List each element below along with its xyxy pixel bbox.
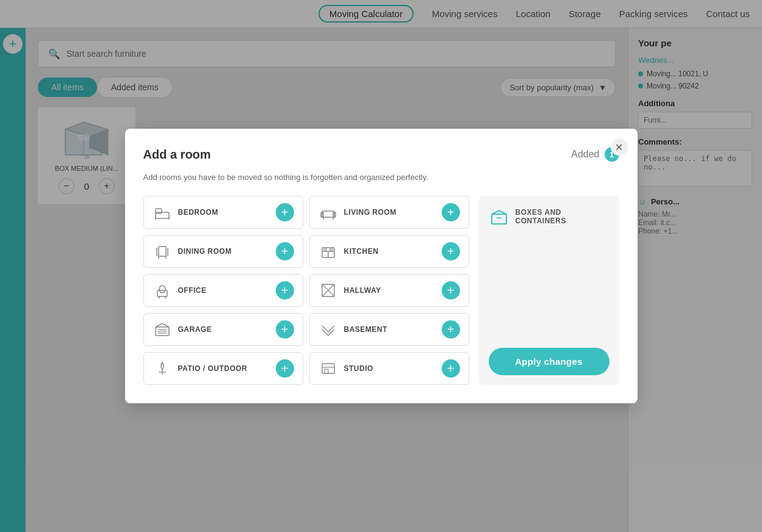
modal-header: Add a room Added 1 (143, 147, 619, 162)
modal-title: Add a room (143, 148, 211, 162)
modal-description: Add rooms you have to be moved so nothin… (143, 171, 619, 184)
svg-line-31 (328, 284, 334, 290)
hallway-icon (318, 281, 338, 300)
room-item-bedroom[interactable]: BEDROOM + (143, 196, 303, 229)
svg-point-24 (330, 248, 332, 251)
bed-icon (153, 203, 172, 222)
studio-icon (318, 359, 338, 378)
room-name-living-room: LIVING ROOM (344, 208, 397, 217)
add-hallway-btn[interactable]: + (442, 281, 460, 300)
room-name-bedroom: BEDROOM (178, 208, 218, 217)
kitchen-icon (318, 242, 338, 261)
garage-icon (153, 320, 172, 339)
room-item-patio[interactable]: PATIO / OUTDOOR + (143, 352, 303, 385)
room-name-kitchen: KITCHEN (344, 247, 379, 256)
room-name-patio: PATIO / OUTDOOR (178, 364, 248, 373)
room-item-hallway[interactable]: HALLWAY + (309, 274, 469, 307)
boxes-label: BOXES AND CONTAINERS (516, 208, 609, 225)
dining-icon (153, 242, 172, 261)
room-item-studio[interactable]: STUDIO + (309, 352, 469, 385)
room-name-garage: GARAGE (178, 325, 212, 334)
room-item-garage[interactable]: GARAGE + (143, 313, 303, 346)
svg-rect-10 (322, 211, 334, 217)
patio-icon (153, 359, 172, 378)
room-item-dining-room[interactable]: DINING ROOM + (143, 235, 303, 268)
room-name-dining-room: DINING ROOM (178, 247, 232, 256)
basement-icon (318, 320, 338, 339)
apply-changes-btn[interactable]: Apply changes (489, 348, 609, 375)
room-item-living-room[interactable]: LIVING ROOM + (309, 196, 469, 229)
add-bedroom-btn[interactable]: + (276, 203, 294, 221)
svg-rect-42 (325, 369, 328, 373)
svg-rect-43 (492, 214, 506, 224)
room-item-kitchen[interactable]: KITCHEN + (309, 235, 469, 268)
svg-line-30 (322, 284, 328, 290)
room-item-basement[interactable]: BASEMENT + (309, 313, 469, 346)
svg-line-33 (328, 290, 334, 297)
add-room-modal: ✕ Add a room Added 1 Add rooms you have … (125, 129, 638, 403)
add-kitchen-btn[interactable]: + (442, 242, 460, 261)
modal-close-btn[interactable]: ✕ (611, 138, 628, 156)
add-dining-room-btn[interactable]: + (276, 242, 294, 261)
add-garage-btn[interactable]: + (276, 320, 294, 339)
add-studio-btn[interactable]: + (442, 359, 460, 378)
modal-right-panel: BOXES AND CONTAINERS Apply changes (479, 196, 619, 385)
room-name-basement: BASEMENT (344, 325, 387, 334)
room-name-hallway: HALLWAY (344, 286, 381, 295)
boxes-containers-icon (489, 206, 509, 228)
office-icon (153, 281, 172, 300)
svg-line-32 (322, 290, 328, 297)
boxes-header: BOXES AND CONTAINERS (489, 206, 609, 228)
modal-body: BEDROOM + LIVING ROOM + (143, 196, 619, 385)
room-name-studio: STUDIO (344, 364, 373, 373)
svg-rect-15 (159, 246, 166, 256)
modal-overlay[interactable]: ✕ Add a room Added 1 Add rooms you have … (0, 0, 762, 532)
room-name-office: OFFICE (178, 286, 207, 295)
svg-point-23 (324, 248, 326, 251)
room-item-office[interactable]: OFFICE + (143, 274, 303, 307)
add-living-room-btn[interactable]: + (442, 203, 460, 221)
svg-rect-25 (157, 290, 167, 297)
sofa-icon (318, 203, 338, 222)
modal-added-label: Added (571, 149, 599, 160)
add-office-btn[interactable]: + (276, 281, 294, 300)
svg-point-26 (159, 286, 165, 293)
add-basement-btn[interactable]: + (442, 320, 460, 339)
add-patio-btn[interactable]: + (276, 359, 294, 378)
room-grid: BEDROOM + LIVING ROOM + (143, 196, 469, 385)
